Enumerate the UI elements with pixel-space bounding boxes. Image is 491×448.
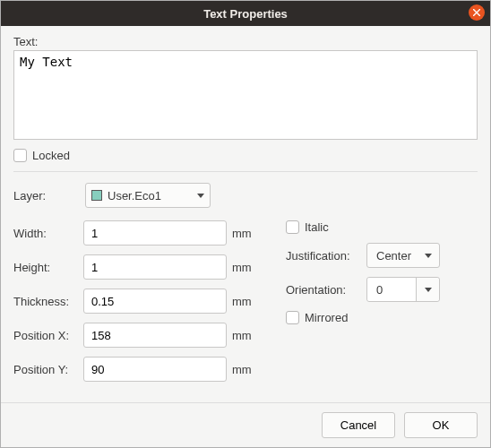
width-unit: mm (227, 227, 254, 240)
posx-unit: mm (227, 329, 254, 342)
height-label: Height: (13, 261, 83, 274)
thickness-label: Thickness: (13, 295, 83, 308)
thickness-input[interactable] (83, 289, 227, 314)
thickness-unit: mm (227, 295, 254, 308)
close-button[interactable] (469, 4, 485, 21)
width-label: Width: (13, 227, 83, 240)
posx-input[interactable] (83, 323, 227, 348)
divider (13, 171, 478, 172)
dialog-footer: Cancel OK (1, 402, 490, 447)
text-input[interactable] (13, 50, 478, 140)
text-label: Text: (13, 35, 478, 48)
locked-checkbox[interactable] (13, 149, 27, 162)
mirrored-checkbox[interactable] (286, 311, 299, 324)
layer-dropdown[interactable]: User.Eco1 (85, 183, 211, 208)
posy-label: Position Y: (13, 363, 83, 376)
italic-checkbox[interactable] (286, 220, 299, 234)
chevron-down-icon (197, 194, 204, 198)
cancel-button[interactable]: Cancel (322, 412, 395, 438)
layer-swatch-icon (91, 190, 102, 201)
width-input[interactable] (83, 220, 227, 246)
justify-label: Justification: (286, 249, 366, 263)
chevron-down-icon (425, 254, 432, 258)
layer-value: User.Eco1 (108, 189, 161, 202)
layer-label: Layer: (13, 189, 78, 202)
mirrored-label: Mirrored (305, 311, 348, 324)
posx-label: Position X: (13, 329, 83, 342)
titlebar: Text Properties (1, 1, 490, 26)
orientation-combobox[interactable]: 0 (366, 277, 440, 302)
close-icon (473, 9, 480, 16)
height-unit: mm (227, 261, 254, 274)
posy-input[interactable] (83, 357, 227, 382)
italic-label: Italic (305, 220, 329, 234)
posy-unit: mm (227, 363, 254, 376)
orient-label: Orientation: (286, 283, 366, 297)
chevron-down-icon (425, 288, 432, 292)
orientation-value: 0 (367, 278, 416, 301)
dialog-window: Text Properties Text: Locked Layer: User… (0, 0, 491, 448)
height-input[interactable] (83, 254, 227, 280)
dialog-content: Text: Locked Layer: User.Eco1 Width: mm (1, 26, 490, 402)
window-title: Text Properties (1, 7, 490, 21)
orientation-dropdown-button[interactable] (416, 278, 439, 301)
justify-dropdown[interactable]: Center (366, 243, 440, 268)
locked-label: Locked (32, 149, 70, 162)
ok-button[interactable]: OK (404, 412, 478, 438)
justify-value: Center (376, 249, 411, 263)
